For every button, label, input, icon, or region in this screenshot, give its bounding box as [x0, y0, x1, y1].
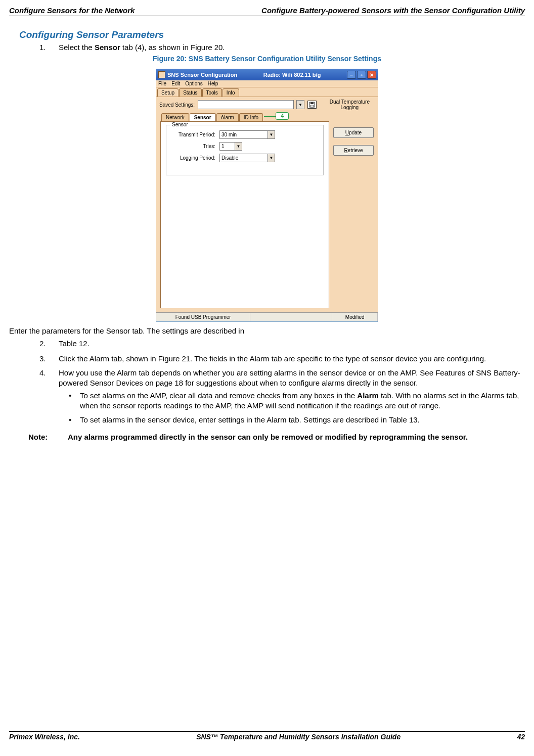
bullet-item-1: • To set alarms on the AMP, clear all da… — [69, 391, 525, 411]
subtab-sensor[interactable]: Sensor — [190, 113, 216, 121]
svg-rect-1 — [310, 102, 314, 104]
update-label-rest: pdate — [349, 130, 362, 135]
tries-value: 1 — [221, 144, 225, 149]
update-button[interactable]: Update — [333, 127, 374, 138]
chevron-down-icon: ▼ — [235, 143, 242, 150]
callout-number: 4 — [281, 113, 284, 119]
list-body: Table 12. — [59, 339, 525, 349]
footer-left: Primex Wireless, Inc. — [9, 733, 80, 741]
page-footer: Primex Wireless, Inc. SNS™ Temperature a… — [9, 733, 525, 741]
list-item-4: 4. How you use the Alarm tab depends on … — [39, 368, 525, 429]
toolbar-tab-tools[interactable]: Tools — [202, 88, 222, 97]
subtab-alarm[interactable]: Alarm — [216, 113, 239, 121]
note-body: Any alarms programmed directly in the se… — [68, 432, 525, 442]
bullet-icon: • — [69, 415, 80, 425]
note-label: Note: — [28, 432, 68, 442]
content-area: Sensor Transmit Period: 30 min ▼ Tries: … — [156, 121, 378, 312]
section-title: Configuring Sensor Parameters — [19, 29, 525, 40]
note-row: Note: Any alarms programmed directly in … — [28, 432, 525, 442]
page-header: Configure Sensors for the Network Config… — [9, 6, 525, 16]
list-number: 3. — [39, 354, 59, 364]
subtabs: Network Sensor Alarm ID Info — [161, 113, 263, 121]
list-number: 4. — [39, 368, 59, 429]
dual-temp-line1: Dual Temperature — [330, 99, 370, 105]
saved-settings-dropdown-button[interactable]: ▼ — [296, 100, 304, 109]
save-icon[interactable] — [307, 101, 317, 109]
para-enter: Enter the parameters for the Sensor tab.… — [9, 326, 525, 336]
window-titlebar: SNS Sensor Configuration Radio: Wifi 802… — [156, 69, 378, 80]
transmit-period-label: Transmit Period: — [171, 132, 219, 137]
bullet-icon: • — [69, 391, 80, 411]
callout-line — [264, 116, 276, 117]
dual-temp-label: Dual Temperature Logging — [330, 99, 375, 110]
close-button[interactable]: ✕ — [367, 71, 376, 79]
item1-bold: Sensor — [95, 43, 120, 52]
header-rule — [9, 16, 525, 16]
toolbar-tab-info[interactable]: Info — [223, 88, 239, 97]
item4-text: How you use the Alarm tab depends on whe… — [59, 368, 525, 389]
row-tries: Tries: 1 ▼ — [171, 142, 318, 151]
toolbar-tab-setup[interactable]: Setup — [157, 88, 179, 97]
menu-edit[interactable]: Edit — [171, 81, 180, 86]
status-empty — [250, 313, 332, 321]
sub-bullet-list: • To set alarms on the AMP, clear all da… — [69, 391, 525, 426]
chevron-down-icon: ▼ — [268, 154, 275, 162]
item1-pre: Select the — [59, 43, 95, 52]
menu-options[interactable]: Options — [185, 81, 202, 86]
titlebar-radio: Radio: Wifi 802.11 b/g — [263, 72, 321, 78]
list-number: 2. — [39, 339, 59, 349]
svg-rect-2 — [310, 105, 314, 107]
side-buttons: Update Retrieve — [333, 127, 374, 308]
chevron-down-icon: ▼ — [268, 131, 275, 138]
callout-4: 4 — [276, 112, 289, 120]
subtab-idinfo[interactable]: ID Info — [239, 113, 263, 121]
sensor-fieldset: Sensor Transmit Period: 30 min ▼ Tries: … — [166, 125, 324, 175]
logging-period-value: Disable — [221, 155, 238, 161]
b1-pre: To set alarms on the AMP, clear all data… — [80, 391, 357, 400]
tries-select[interactable]: 1 ▼ — [219, 142, 242, 151]
bullet-item-2: • To set alarms in the sensor device, en… — [69, 415, 525, 425]
menu-file[interactable]: File — [158, 81, 166, 86]
row-logging-period: Logging Period: Disable ▼ — [171, 154, 318, 162]
list-body: Click the Alarm tab, shown in Figure 21.… — [59, 354, 525, 364]
item1-post: tab (4), as shown in Figure 20. — [120, 43, 225, 52]
toolbar-tabs: Setup Status Tools Info — [156, 87, 378, 97]
saved-settings-select[interactable] — [198, 100, 294, 109]
statusbar: Found USB Programmer Modified — [156, 312, 378, 321]
list-item-1: 1. Select the Sensor tab (4), as shown i… — [39, 42, 525, 53]
status-modified: Modified — [332, 313, 378, 321]
tries-label: Tries: — [171, 144, 219, 149]
retrieve-button[interactable]: Retrieve — [333, 145, 374, 156]
ordered-list: 1. Select the Sensor tab (4), as shown i… — [39, 42, 525, 53]
row-transmit-period: Transmit Period: 30 min ▼ — [171, 130, 318, 139]
footer-center: SNS™ Temperature and Humidity Sensors In… — [196, 733, 401, 741]
b1-bold: Alarm — [357, 391, 379, 400]
retrieve-label-rest: etrieve — [348, 148, 363, 153]
window-buttons: – ▫ ✕ — [347, 71, 376, 79]
bullet-body: To set alarms in the sensor device, ente… — [80, 415, 420, 425]
saved-settings-row: Saved Settings: ▼ Dual Temperature Loggi… — [156, 97, 378, 112]
list-number: 1. — [39, 42, 59, 53]
subtab-network[interactable]: Network — [161, 113, 189, 121]
minimize-button[interactable]: – — [347, 71, 356, 79]
figure-caption: Figure 20: SNS Battery Sensor Configurat… — [9, 55, 525, 63]
fieldset-legend: Sensor — [170, 122, 190, 127]
titlebar-app: SNS Sensor Configuration — [167, 72, 237, 78]
maximize-button[interactable]: ▫ — [357, 71, 366, 79]
list-item-3: 3. Click the Alarm tab, shown in Figure … — [39, 354, 525, 364]
screenshot-wrapper: SNS Sensor Configuration Radio: Wifi 802… — [9, 69, 525, 322]
toolbar-tab-status[interactable]: Status — [179, 88, 201, 97]
menu-help[interactable]: Help — [208, 81, 218, 86]
list-body: Select the Sensor tab (4), as shown in F… — [59, 42, 525, 53]
footer-right: 42 — [517, 733, 525, 741]
bullet-body: To set alarms on the AMP, clear all data… — [80, 391, 525, 411]
menubar: File Edit Options Help — [156, 80, 378, 87]
transmit-period-value: 30 min — [221, 132, 237, 137]
status-found: Found USB Programmer — [156, 313, 250, 321]
subtabs-row: Network Sensor Alarm ID Info 4 — [156, 112, 378, 121]
header-right: Configure Battery-powered Sensors with t… — [261, 6, 525, 15]
transmit-period-select[interactable]: 30 min ▼ — [219, 130, 275, 139]
logging-period-select[interactable]: Disable ▼ — [219, 154, 275, 162]
app-icon — [158, 71, 165, 78]
screenshot: SNS Sensor Configuration Radio: Wifi 802… — [156, 69, 378, 322]
